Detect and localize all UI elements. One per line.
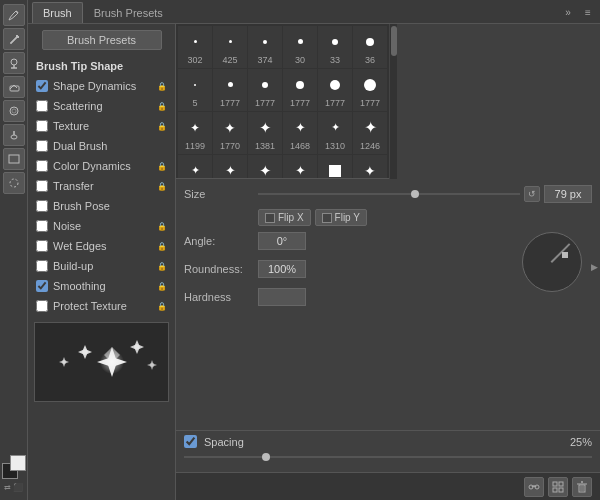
brush-cell[interactable]: 425 — [213, 26, 247, 68]
size-value-input[interactable] — [544, 185, 592, 203]
option-checkbox-3[interactable] — [36, 140, 48, 152]
option-item-scattering[interactable]: Scattering🔒 — [28, 96, 175, 116]
reset-colors-icon[interactable]: ⬛ — [13, 483, 23, 492]
brush-cell[interactable]: 1777 — [318, 69, 352, 111]
option-checkbox-10[interactable] — [36, 280, 48, 292]
brush-cell[interactable]: 302 — [178, 26, 212, 68]
brush-cell[interactable]: 1310 — [318, 155, 352, 179]
option-checkbox-4[interactable] — [36, 160, 48, 172]
size-reset-button[interactable]: ↺ — [524, 186, 540, 202]
brush-cell[interactable]: ✦ 1770 — [213, 112, 247, 154]
grid-scrollbar[interactable] — [389, 24, 397, 179]
option-label-9: Build-up — [53, 260, 157, 272]
option-checkbox-11[interactable] — [36, 300, 48, 312]
brush-cell[interactable]: 1777 — [283, 69, 317, 111]
option-checkbox-9[interactable] — [36, 260, 48, 272]
svg-point-1 — [11, 59, 17, 65]
flip-y-button[interactable]: Flip Y — [315, 209, 367, 226]
size-slider[interactable] — [258, 187, 520, 201]
option-item-noise[interactable]: Noise🔒 — [28, 216, 175, 236]
lock-icon-0: 🔒 — [157, 82, 167, 91]
brush-cell[interactable]: ✦ 1468 — [283, 112, 317, 154]
brush-cell[interactable]: ✦ 1310 — [318, 112, 352, 154]
option-item-wet-edges[interactable]: Wet Edges🔒 — [28, 236, 175, 256]
tool-pencil[interactable] — [3, 28, 25, 50]
brush-cell[interactable]: 1777 — [248, 69, 282, 111]
option-item-dual-brush[interactable]: Dual Brush — [28, 136, 175, 156]
tool-rectangle[interactable] — [3, 148, 25, 170]
brush-cell[interactable]: 374 — [248, 26, 282, 68]
angle-dot — [562, 252, 568, 258]
tab-brush[interactable]: Brush — [32, 2, 83, 23]
brush-tip-shape-header[interactable]: Brush Tip Shape — [28, 56, 175, 76]
option-item-transfer[interactable]: Transfer🔒 — [28, 176, 175, 196]
angle-controls: Angle: Roundness: Hardness — [184, 232, 516, 312]
brush-panel: Brush Brush Presets » ≡ Brush Presets Br… — [28, 0, 600, 500]
option-item-texture[interactable]: Texture🔒 — [28, 116, 175, 136]
hardness-value[interactable] — [258, 288, 306, 306]
link-icon-button[interactable] — [524, 477, 544, 497]
svg-rect-26 — [559, 482, 563, 486]
angle-value-input[interactable] — [258, 232, 306, 250]
brush-cell[interactable]: ✦ 931 — [248, 155, 282, 179]
option-checkbox-0[interactable] — [36, 80, 48, 92]
expand-icon[interactable]: » — [560, 5, 576, 21]
grid-icon-button[interactable] — [548, 477, 568, 497]
brush-cell[interactable]: 5 — [178, 69, 212, 111]
right-panel: 302 425 374 30 — [176, 24, 600, 500]
option-checkbox-1[interactable] — [36, 100, 48, 112]
brush-cell[interactable]: 30 — [283, 26, 317, 68]
swap-colors-icon[interactable]: ⇄ — [4, 483, 11, 492]
option-item-shape-dynamics[interactable]: Shape Dynamics🔒 — [28, 76, 175, 96]
brush-cell[interactable]: ✦ 1199 — [178, 112, 212, 154]
svg-rect-4 — [10, 86, 19, 91]
lock-icon-8: 🔒 — [157, 242, 167, 251]
option-item-brush-pose[interactable]: Brush Pose — [28, 196, 175, 216]
brush-cell[interactable]: ✦ 1319 — [283, 155, 317, 179]
svg-point-6 — [12, 109, 16, 113]
size-label: Size — [184, 188, 254, 200]
tool-stamp[interactable] — [3, 52, 25, 74]
tool-pattern[interactable] — [3, 172, 25, 194]
option-checkbox-8[interactable] — [36, 240, 48, 252]
svg-line-0 — [16, 11, 18, 13]
brush-presets-button[interactable]: Brush Presets — [42, 30, 162, 50]
tab-brush-presets[interactable]: Brush Presets — [83, 2, 174, 23]
size-row: Size ↺ — [184, 185, 592, 203]
option-item-build-up[interactable]: Build-up🔒 — [28, 256, 175, 276]
svg-rect-29 — [579, 485, 585, 492]
flip-x-checkbox[interactable] — [265, 213, 275, 223]
brush-cell[interactable]: ✦ 1310 — [178, 155, 212, 179]
trash-icon-button[interactable] — [572, 477, 592, 497]
brush-cell[interactable]: ✦ 1381 — [248, 112, 282, 154]
spacing-checkbox[interactable] — [184, 435, 197, 448]
option-item-protect-texture[interactable]: Protect Texture🔒 — [28, 296, 175, 316]
brush-cell[interactable]: ✦ 1246 — [353, 112, 387, 154]
tool-brush[interactable] — [3, 4, 25, 26]
option-checkbox-5[interactable] — [36, 180, 48, 192]
spacing-slider[interactable] — [184, 450, 592, 464]
option-checkbox-6[interactable] — [36, 200, 48, 212]
svg-marker-21 — [147, 363, 157, 367]
brush-cell[interactable]: 33 — [318, 26, 352, 68]
option-item-smoothing[interactable]: Smoothing🔒 — [28, 276, 175, 296]
option-checkbox-7[interactable] — [36, 220, 48, 232]
tool-eraser[interactable] — [3, 76, 25, 98]
scroll-thumb[interactable] — [391, 26, 397, 56]
tool-blur[interactable] — [3, 100, 25, 122]
flip-y-checkbox[interactable] — [322, 213, 332, 223]
brush-cell[interactable]: 36 — [353, 26, 387, 68]
option-checkbox-2[interactable] — [36, 120, 48, 132]
roundness-value-input[interactable] — [258, 260, 306, 278]
lock-icon-2: 🔒 — [157, 122, 167, 131]
brush-cell[interactable]: 1777 — [213, 69, 247, 111]
flip-x-button[interactable]: Flip X — [258, 209, 311, 226]
tool-dodge[interactable] — [3, 124, 25, 146]
menu-icon[interactable]: ≡ — [580, 5, 596, 21]
brush-cell[interactable]: ✦ 1321 — [353, 155, 387, 179]
brush-cell[interactable]: 1777 — [353, 69, 387, 111]
spacing-row: Spacing 25% — [184, 435, 592, 448]
angle-wheel[interactable] — [522, 232, 582, 292]
brush-cell[interactable]: ✦ 1319 — [213, 155, 247, 179]
option-item-color-dynamics[interactable]: Color Dynamics🔒 — [28, 156, 175, 176]
